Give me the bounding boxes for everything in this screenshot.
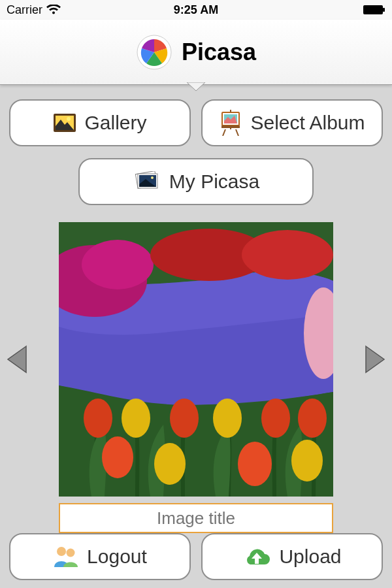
svg-point-20 (84, 399, 112, 438)
app-header: Picasa (0, 20, 392, 85)
gallery-button[interactable]: Gallery (9, 99, 191, 146)
easel-icon (219, 110, 242, 136)
picasa-logo-icon (136, 34, 172, 71)
svg-point-21 (122, 399, 150, 438)
logout-button[interactable]: Logout (9, 533, 191, 580)
image-title-input[interactable] (60, 508, 332, 529)
svg-rect-0 (363, 5, 383, 14)
my-picasa-button[interactable]: My Picasa (78, 158, 314, 205)
svg-point-28 (238, 442, 272, 486)
gallery-label: Gallery (84, 112, 146, 134)
svg-rect-9 (221, 125, 240, 128)
my-picasa-label: My Picasa (169, 171, 259, 193)
status-bar: Carrier 9:25 AM (0, 0, 392, 20)
svg-point-24 (261, 399, 290, 438)
svg-point-16 (82, 240, 154, 289)
svg-point-26 (102, 436, 133, 478)
select-album-button[interactable]: Select Album (201, 99, 383, 146)
header-pointer-icon (187, 82, 205, 91)
gallery-icon (53, 113, 76, 133)
svg-point-22 (170, 399, 199, 438)
upload-label: Upload (279, 546, 341, 568)
cloud-upload-icon (242, 546, 271, 567)
users-icon (53, 545, 79, 568)
next-arrow-button[interactable] (362, 344, 389, 375)
photos-stack-icon (133, 171, 161, 192)
image-title-box (59, 503, 333, 533)
app-title: Picasa (182, 39, 256, 66)
prev-arrow-button[interactable] (3, 344, 30, 375)
upload-button[interactable]: Upload (201, 533, 383, 580)
carrier-label: Carrier (7, 3, 42, 17)
logout-label: Logout (87, 546, 147, 568)
svg-point-13 (151, 176, 154, 179)
svg-point-25 (298, 399, 327, 438)
svg-point-31 (67, 549, 75, 557)
select-album-label: Select Album (250, 112, 365, 134)
svg-point-27 (154, 443, 186, 485)
svg-point-6 (67, 117, 71, 121)
battery-icon (363, 5, 385, 14)
wifi-icon (46, 5, 61, 15)
svg-point-29 (291, 440, 323, 482)
svg-point-18 (242, 230, 333, 280)
photo-preview (59, 222, 333, 497)
svg-point-23 (213, 399, 242, 438)
svg-point-30 (57, 547, 66, 556)
svg-rect-1 (383, 8, 385, 12)
